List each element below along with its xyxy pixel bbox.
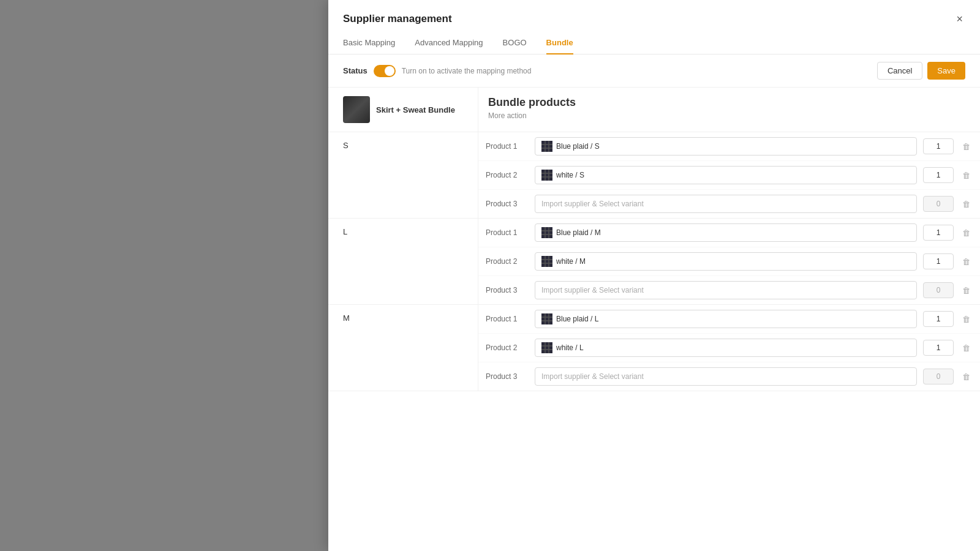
products-column: Product 1Blue plaid / S🗑Product 2white /…: [478, 132, 980, 218]
quantity-input[interactable]: [923, 340, 954, 356]
quantity-input[interactable]: [923, 225, 954, 241]
product-label: Product 2: [486, 257, 529, 266]
content-area: Skirt + Sweat Bundle Bundle products Mor…: [328, 88, 980, 551]
variant-thumb-image: [541, 141, 552, 152]
bundle-products-title: Bundle products: [488, 96, 970, 109]
variant-select-field[interactable]: Blue plaid / S: [535, 137, 917, 156]
delete-product-button[interactable]: 🗑: [960, 227, 973, 239]
product-label: Product 1: [486, 142, 529, 151]
delete-product-button[interactable]: 🗑: [960, 342, 973, 354]
supplier-modal: Supplier management × Basic Mapping Adva…: [328, 0, 980, 551]
delete-product-button[interactable]: 🗑: [960, 256, 973, 268]
quantity-input[interactable]: [923, 138, 954, 154]
svg-rect-20: [541, 313, 552, 324]
variant-select-field[interactable]: Import supplier & Select variant: [535, 281, 917, 299]
variant-thumb-image: [541, 170, 552, 181]
variants-container: SProduct 1Blue plaid / S🗑Product 2white …: [328, 132, 980, 391]
variant-select-text: Blue plaid / L: [556, 315, 598, 323]
more-action-link[interactable]: More action: [488, 111, 970, 120]
variant-select-field[interactable]: Blue plaid / L: [535, 310, 917, 328]
product-header-row: Skirt + Sweat Bundle Bundle products Mor…: [328, 88, 980, 132]
quantity-input[interactable]: [923, 282, 954, 298]
variant-select-text: Import supplier & Select variant: [541, 200, 644, 208]
svg-rect-25: [541, 342, 552, 353]
product-label: Product 1: [486, 315, 529, 323]
delete-product-button[interactable]: 🗑: [960, 170, 973, 181]
svg-rect-5: [541, 170, 552, 181]
variant-select-text: white / M: [556, 257, 586, 266]
modal-header: Supplier management ×: [328, 0, 980, 27]
quantity-input[interactable]: [923, 196, 954, 212]
svg-rect-0: [541, 141, 552, 152]
product-row: Product 3Import supplier & Select varian…: [478, 362, 980, 391]
product-label: Product 3: [486, 286, 529, 294]
product-row: Product 3Import supplier & Select varian…: [478, 276, 980, 304]
variant-select-field[interactable]: Import supplier & Select variant: [535, 367, 917, 386]
product-name: Skirt + Sweat Bundle: [376, 105, 455, 114]
delete-product-button[interactable]: 🗑: [960, 371, 973, 383]
tab-bundle[interactable]: Bundle: [546, 32, 573, 54]
variant-select-field[interactable]: Blue plaid / M: [535, 223, 917, 242]
product-row: Product 1Blue plaid / L🗑: [478, 305, 980, 334]
quantity-input[interactable]: [923, 167, 954, 183]
cancel-button[interactable]: Cancel: [877, 62, 922, 80]
product-thumbnail: [343, 96, 370, 123]
status-left: Status Turn on to activate the mapping m…: [343, 65, 531, 77]
product-row: Product 2white / S🗑: [478, 161, 980, 190]
variant-thumb-image: [541, 256, 552, 267]
product-label: Product 2: [486, 343, 529, 352]
quantity-input[interactable]: [923, 369, 954, 384]
variant-group: SProduct 1Blue plaid / S🗑Product 2white …: [328, 132, 980, 219]
status-label: Status: [343, 66, 368, 75]
product-row: Product 1Blue plaid / S🗑: [478, 132, 980, 161]
product-row: Product 3Import supplier & Select varian…: [478, 190, 980, 218]
modal-title: Supplier management: [343, 13, 452, 25]
product-label: Product 1: [486, 228, 529, 237]
quantity-input[interactable]: [923, 311, 954, 327]
status-toggle[interactable]: [374, 65, 396, 77]
product-label: Product 3: [486, 200, 529, 208]
status-actions: Cancel Save: [877, 62, 965, 80]
variant-select-text: white / L: [556, 343, 584, 352]
variant-select-field[interactable]: white / S: [535, 166, 917, 184]
variant-select-field[interactable]: white / L: [535, 339, 917, 357]
variant-select-text: white / S: [556, 171, 584, 179]
close-button[interactable]: ×: [954, 11, 965, 27]
product-row: Product 2white / L🗑: [478, 334, 980, 362]
variant-group: MProduct 1Blue plaid / L🗑Product 2white …: [328, 305, 980, 391]
delete-product-button[interactable]: 🗑: [960, 313, 973, 325]
variant-select-field[interactable]: white / M: [535, 252, 917, 271]
variant-thumb-image: [541, 342, 552, 353]
variant-thumb-image: [541, 313, 552, 324]
product-label: Product 3: [486, 372, 529, 381]
product-info-col: Skirt + Sweat Bundle: [328, 88, 478, 132]
delete-product-button[interactable]: 🗑: [960, 141, 973, 152]
variant-size-label: S: [328, 132, 478, 218]
products-column: Product 1Blue plaid / M🗑Product 2white /…: [478, 219, 980, 304]
variant-thumb-image: [541, 227, 552, 238]
product-row: Product 2white / M🗑: [478, 247, 980, 276]
product-row: Product 1Blue plaid / M🗑: [478, 219, 980, 247]
variant-select-field[interactable]: Import supplier & Select variant: [535, 195, 917, 213]
delete-product-button[interactable]: 🗑: [960, 198, 973, 210]
product-label: Product 2: [486, 171, 529, 179]
status-bar: Status Turn on to activate the mapping m…: [328, 54, 980, 88]
svg-rect-10: [541, 227, 552, 238]
tab-basic-mapping[interactable]: Basic Mapping: [343, 32, 395, 54]
product-thumb-image: [343, 96, 370, 123]
variant-size-label: L: [328, 219, 478, 304]
variant-select-text: Import supplier & Select variant: [541, 372, 644, 381]
delete-product-button[interactable]: 🗑: [960, 285, 973, 296]
save-button[interactable]: Save: [927, 62, 965, 80]
variant-size-label: M: [328, 305, 478, 391]
variant-select-text: Blue plaid / S: [556, 142, 600, 151]
status-description: Turn on to activate the mapping method: [402, 67, 532, 75]
variant-select-text: Import supplier & Select variant: [541, 286, 644, 294]
tab-advanced-mapping[interactable]: Advanced Mapping: [415, 32, 483, 54]
left-panel: [0, 0, 328, 551]
products-column: Product 1Blue plaid / L🗑Product 2white /…: [478, 305, 980, 391]
variant-group: LProduct 1Blue plaid / M🗑Product 2white …: [328, 219, 980, 305]
quantity-input[interactable]: [923, 253, 954, 269]
tab-bogo[interactable]: BOGO: [503, 32, 527, 54]
bundle-products-header: Bundle products More action: [478, 88, 980, 132]
